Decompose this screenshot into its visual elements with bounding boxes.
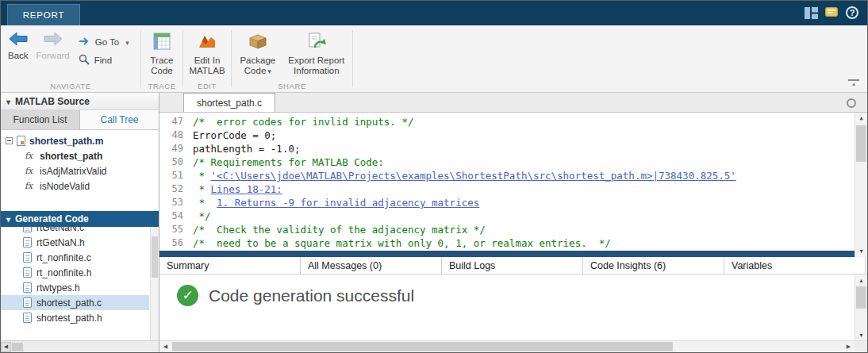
editor-tab-shortest-path-c[interactable]: shortest_path.c (183, 93, 275, 112)
export-report-button[interactable]: Export Report Information (284, 30, 349, 78)
file-item-rt-nonfinite-c[interactable]: rt_nonfinite.c (1, 250, 149, 265)
file-item-rt-nonfinite-h[interactable]: rt_nonfinite.h (1, 265, 149, 280)
sidebar: MATLAB Source Function ListCall Tree sho… (1, 93, 159, 352)
line-number: 49 (159, 142, 193, 155)
generated-code-header[interactable]: Generated Code (1, 211, 159, 227)
code-line-54: 54 */ (159, 209, 855, 223)
file-item-shortest-path-c[interactable]: shortest_path.c (1, 295, 149, 310)
file-item-rtgetnan-h[interactable]: rtGetNaN.h (1, 235, 149, 250)
scroll-down-icon[interactable]: ▼ (855, 329, 867, 340)
code-line-47: 47/* error codes for invlid inputs. */ (159, 115, 855, 129)
titlebar: REPORT (1, 1, 867, 25)
bottom-tab-all-messages-0[interactable]: All Messages (0) (301, 257, 442, 274)
sidebar-scrollbar-thumb[interactable] (152, 236, 158, 278)
section-label-navigate: NAVIGATE (1, 82, 140, 90)
scroll-down-icon[interactable]: ▼ (855, 246, 867, 257)
tree-item-shortest-path[interactable]: fxshortest_path (1, 148, 159, 163)
code-scrollbar-thumb[interactable] (856, 125, 866, 162)
tree-item-shortest-path-m[interactable]: shortest_path.m (1, 133, 159, 148)
code-line-56: 56/* need to be a square matrix with onl… (159, 236, 855, 250)
ribbon-toolbar: Back Forward Go To (1, 25, 867, 93)
code-lines: 47/* error codes for invlid inputs. */48… (159, 115, 855, 250)
back-button[interactable]: Back (4, 30, 33, 63)
collapse-triangle-icon (6, 213, 10, 224)
code-comment: /* need to be a square matrix with only … (193, 237, 611, 249)
summary-content: Code generation successful ▲ ▼ (159, 274, 867, 340)
sidebar-tabs: Function ListCall Tree (1, 110, 159, 130)
code-text: ErrorCode = 0; (193, 129, 276, 141)
bottom-scrollbar-thumb[interactable] (856, 286, 866, 309)
bottom-vertical-scrollbar[interactable]: ▲ ▼ (855, 274, 867, 340)
file-item-rtgetnan-c[interactable]: rtGetNaN.c (1, 227, 149, 235)
line-number: 52 (159, 182, 193, 196)
ribbon-group-trace: Trace Code TRACE (141, 25, 182, 92)
scroll-right-icon[interactable]: ▶ (843, 341, 855, 352)
package-box-icon (248, 32, 267, 54)
generated-file-list: rtGetNaN.crtGetNaN.hrt_nonfinite.crt_non… (1, 227, 159, 340)
trace-link[interactable]: Lines 18-21: (211, 183, 282, 195)
line-number: 48 (159, 129, 193, 142)
ribbon-group-navigate: Back Forward Go To (1, 25, 140, 92)
file-icon (23, 267, 32, 278)
tree-expander-icon[interactable] (6, 137, 13, 144)
file-item-rtwtypes-h[interactable]: rtwtypes.h (1, 280, 149, 295)
tree-item-isadjmatrixvalid[interactable]: fxisAdjMatrixValid (1, 163, 159, 178)
package-dropdown-caret (266, 66, 271, 75)
status-message: Code generation successful (209, 286, 414, 305)
feedback-icon[interactable] (824, 6, 839, 20)
code-comment: * (193, 197, 217, 209)
tree-item-isnodevalid[interactable]: fxisNodeValid (1, 178, 159, 194)
scroll-left-icon[interactable]: ◀ (1, 342, 11, 352)
find-button[interactable]: Find (79, 54, 129, 67)
report-window: REPORT Back Forward (0, 0, 868, 353)
edit-in-matlab-button[interactable]: Edit In MATLAB (185, 30, 229, 78)
bottom-tab-summary[interactable]: Summary (159, 257, 301, 274)
line-number: 56 (159, 236, 193, 250)
layout-grid-icon[interactable] (804, 6, 818, 20)
scroll-left-icon[interactable]: ◀ (159, 341, 171, 352)
help-icon[interactable] (845, 6, 859, 20)
sidebar-hscroll-thumb[interactable] (12, 343, 23, 351)
package-code-button[interactable]: Package Code (235, 30, 281, 79)
code-line-50: 50/* Requirements for MATLAB Code: (159, 155, 855, 169)
matlab-logo-icon (198, 32, 217, 54)
scroll-up-icon[interactable]: ▲ (855, 274, 867, 286)
goto-dropdown-caret (124, 37, 129, 47)
bottom-horizontal-scrollbar[interactable]: ◀ ▶ (159, 340, 855, 352)
back-arrow-icon (9, 32, 28, 49)
bottom-tab-code-insights-6[interactable]: Code Insights (6) (583, 257, 724, 274)
bottom-tab-build-logs[interactable]: Build Logs (442, 257, 583, 274)
tab-report[interactable]: REPORT (7, 4, 80, 25)
sidebar-tab-function-list[interactable]: Function List (1, 110, 80, 129)
matlab-source-header[interactable]: MATLAB Source (1, 93, 159, 110)
code-line-53: 53 * 1. Returns -9 for invalid adjacency… (159, 196, 855, 209)
function-icon: fx (25, 166, 36, 176)
code-view: 47/* error codes for invlid inputs. */48… (159, 113, 867, 257)
line-number: 47 (159, 115, 193, 129)
scroll-up-icon[interactable]: ▲ (855, 113, 867, 124)
sidebar-tab-call-tree[interactable]: Call Tree (80, 110, 159, 129)
trace-link[interactable]: 1. Returns -9 for invalid adjacency matr… (217, 197, 479, 209)
sidebar-status-bar: ◀ (1, 340, 159, 352)
trace-link[interactable]: '<C:\Users\jdoe\MATLAB\Projects\examples… (211, 170, 736, 182)
bottom-tab-variables[interactable]: Variables (724, 257, 866, 274)
code-comment: */ (193, 210, 211, 222)
function-icon: fx (25, 181, 36, 191)
highlight-target-icon[interactable] (847, 98, 856, 108)
bottom-hscroll-thumb[interactable] (172, 342, 673, 351)
code-comment: * (193, 170, 211, 182)
code-vertical-scrollbar[interactable]: ▲ ▼ (855, 113, 867, 257)
bottom-content-wrap: Code generation successful ▲ ▼ ◀ ▶ (159, 274, 867, 352)
sidebar-scrollbar[interactable] (150, 227, 159, 340)
collapse-triangle-icon (6, 96, 10, 107)
magnifier-icon (79, 54, 90, 67)
section-label-edit: EDIT (183, 82, 231, 90)
code-line-55: 55/* Check the validity of the adjacency… (159, 223, 855, 236)
help-question-glyph (846, 6, 858, 19)
file-item-shortest-path-h[interactable]: shortest_path.h (1, 310, 149, 325)
trace-code-button[interactable]: Trace Code (144, 30, 179, 78)
goto-button[interactable]: Go To (79, 36, 129, 48)
file-icon (23, 282, 32, 293)
forward-button[interactable]: Forward (33, 30, 74, 63)
collapse-ribbon-icon[interactable] (848, 79, 859, 87)
